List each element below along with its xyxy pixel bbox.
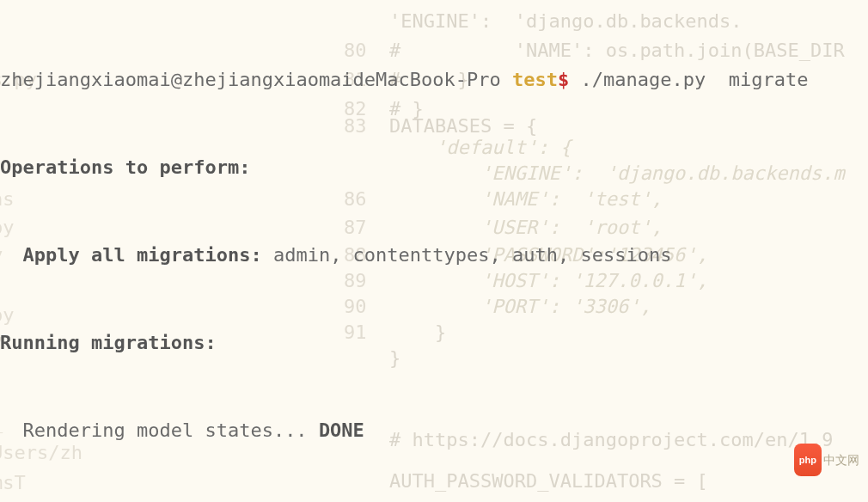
- watermark-text: 中文网: [823, 445, 859, 474]
- operations-header: Operations to perform:: [0, 153, 868, 182]
- terminal-output: zhejiangxiaomai@zhejiangxiaomaideMacBook…: [0, 7, 868, 502]
- command: ./manage.py migrate: [569, 69, 808, 90]
- apply-all-line: Apply all migrations: admin, contenttype…: [0, 241, 868, 270]
- prompt-symbol: $: [558, 69, 569, 90]
- prompt-userhost: zhejiangxiaomai@zhejiangxiaomaideMacBook…: [0, 69, 512, 90]
- prompt-dir: test: [512, 69, 558, 90]
- watermark-badge: php: [794, 444, 822, 476]
- watermark: php 中文网: [794, 444, 859, 476]
- render-states-line: Rendering model states... DONE: [0, 416, 868, 445]
- prompt-line: zhejiangxiaomai@zhejiangxiaomaideMacBook…: [0, 65, 868, 95]
- running-header: Running migrations:: [0, 328, 868, 358]
